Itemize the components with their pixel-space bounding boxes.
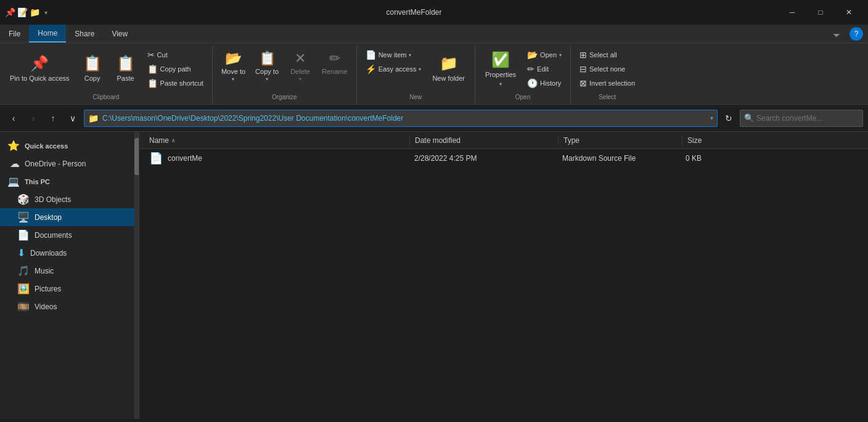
pin-icon: 📌 (5, 7, 15, 17)
open-arrow: ▾ (559, 52, 562, 58)
open-group: ✅ Properties ▾ 📂 Open ▾ ✏ Edit 🕐 History (475, 46, 571, 104)
copy-path-label: Copy path (160, 65, 191, 73)
minimize-button[interactable]: ─ (778, 0, 806, 25)
file-cell-type: Markdown Source File (557, 154, 681, 163)
delete-button[interactable]: ✕ Delete ▾ (285, 48, 316, 90)
edit-button[interactable]: ✏ Edit (523, 62, 565, 76)
history-label: History (540, 79, 561, 87)
open-group-label: Open (515, 92, 530, 102)
organize-group: 📂 Move to ▾ 📋 Copy to ▾ ✕ Delete ▾ ✏ Ren… (213, 46, 357, 104)
file-cell-date: 2/28/2022 4:25 PM (409, 154, 557, 163)
copy-to-icon: 📋 (259, 51, 276, 67)
sidebar-item-documents[interactable]: 📄 Documents (0, 226, 139, 244)
file-area: Name ∧ Date modified Type Size 📄 convert… (139, 132, 868, 419)
rename-button[interactable]: ✏ Rename (318, 48, 351, 90)
main-area: ⭐ Quick access ☁ OneDrive - Person 💻 Thi… (0, 132, 868, 419)
sidebar-item-3d-objects[interactable]: 🎲 3D Objects (0, 190, 139, 208)
easy-access-arrow: ▾ (419, 67, 421, 72)
history-button[interactable]: 🕐 History (523, 76, 565, 90)
videos-icon: 🎞️ (17, 301, 30, 312)
easy-access-button[interactable]: ⚡ Easy access ▾ (362, 62, 425, 76)
paste-button[interactable]: 📋 Paste (110, 48, 141, 90)
open-group-col: 📂 Open ▾ ✏ Edit 🕐 History (523, 48, 565, 90)
sidebar-item-desktop[interactable]: 🖥️ Desktop (0, 208, 139, 226)
sidebar-scrollbar-thumb (134, 138, 139, 175)
cut-button[interactable]: ✂ Cut (144, 48, 207, 62)
open-label: Open (540, 51, 557, 59)
col-type-label: Type (563, 136, 579, 145)
refresh-button[interactable]: ↻ (720, 110, 737, 127)
back-button[interactable]: ‹ (5, 110, 22, 127)
col-size[interactable]: Size (682, 136, 775, 145)
address-bar: ‹ › ↑ ∨ 📁 ▾ ↻ 🔍 (0, 105, 868, 132)
recent-locations-button[interactable]: ∨ (64, 110, 81, 127)
select-all-button[interactable]: ⊞ Select all (576, 48, 639, 62)
invert-selection-label: Invert selection (589, 79, 635, 87)
onedrive-icon: ☁ (10, 158, 20, 169)
new-item-label: New item (379, 51, 407, 59)
rename-icon: ✏ (329, 51, 340, 67)
maximize-button[interactable]: □ (806, 0, 835, 25)
sidebar-item-music[interactable]: 🎵 Music (0, 262, 139, 280)
address-input-wrap: 📁 ▾ (84, 110, 718, 127)
address-input[interactable] (102, 114, 706, 123)
sidebar-item-pictures[interactable]: 🖼️ Pictures (0, 280, 139, 298)
title-dropdown-arrow[interactable]: ▾ (42, 8, 50, 17)
copy-path-button[interactable]: 📋 Copy path (144, 62, 207, 76)
sidebar-scrollbar[interactable] (134, 132, 139, 419)
select-group-btns: ⊞ Select all ⊟ Select none ⊠ Invert sele… (576, 48, 639, 90)
menu-item-share[interactable]: Share (66, 25, 103, 43)
col-name[interactable]: Name ∧ (144, 136, 409, 145)
invert-selection-button[interactable]: ⊠ Invert selection (576, 76, 639, 90)
pin-icon: 📌 (30, 55, 49, 72)
sidebar: ⭐ Quick access ☁ OneDrive - Person 💻 Thi… (0, 132, 139, 419)
sidebar-item-videos[interactable]: 🎞️ Videos (0, 298, 139, 315)
pin-to-quick-access-button[interactable]: 📌 Pin to Quick access (5, 48, 75, 90)
new-folder-button[interactable]: 📁 New folder (427, 48, 470, 90)
paste-shortcut-button[interactable]: 📋 Paste shortcut (144, 76, 207, 90)
close-button[interactable]: ✕ (835, 0, 863, 25)
sidebar-item-this-pc[interactable]: 💻 This PC (0, 172, 139, 190)
desktop-icon: 🖥️ (17, 211, 30, 223)
sidebar-item-quick-access[interactable]: ⭐ Quick access (0, 137, 139, 155)
properties-icon: ✅ (491, 51, 510, 68)
up-button[interactable]: ↑ (44, 110, 62, 127)
history-icon: 🕐 (527, 78, 538, 88)
move-to-label: Move to (221, 68, 245, 75)
search-wrap: 🔍 (740, 110, 863, 127)
music-icon: 🎵 (17, 265, 30, 277)
col-date[interactable]: Date modified (410, 136, 558, 145)
table-row[interactable]: 📄 convertMe 2/28/2022 4:25 PM Markdown S… (139, 149, 868, 168)
search-input[interactable] (756, 114, 859, 123)
pictures-icon: 🖼️ (17, 283, 30, 294)
documents-icon: 📄 (17, 229, 30, 241)
sidebar-item-onedrive[interactable]: ☁ OneDrive - Person (0, 155, 139, 172)
organize-group-content: 📂 Move to ▾ 📋 Copy to ▾ ✕ Delete ▾ ✏ Ren… (218, 46, 351, 92)
new-item-icon: 📄 (366, 50, 376, 60)
move-to-button[interactable]: 📂 Move to ▾ (218, 48, 249, 90)
menu-item-file[interactable]: File (0, 25, 29, 43)
select-group: ⊞ Select all ⊟ Select none ⊠ Invert sele… (571, 46, 644, 104)
edit-icon: ✏ (527, 64, 534, 74)
address-dropdown-button[interactable]: ▾ (710, 115, 713, 121)
open-button[interactable]: 📂 Open ▾ (523, 48, 565, 62)
select-none-button[interactable]: ⊟ Select none (576, 62, 639, 76)
properties-button[interactable]: ✅ Properties ▾ (480, 48, 521, 90)
copy-to-button[interactable]: 📋 Copy to ▾ (252, 48, 282, 90)
3d-objects-label: 3D Objects (35, 195, 71, 204)
new-item-button[interactable]: 📄 New item ▾ (362, 48, 425, 62)
menu-item-view[interactable]: View (103, 25, 136, 43)
sidebar-item-downloads[interactable]: ⬇ Downloads (0, 244, 139, 262)
copy-button[interactable]: 📋 Copy (77, 48, 108, 90)
col-type[interactable]: Type (559, 136, 682, 145)
cut-label: Cut (157, 51, 168, 59)
menu-item-home[interactable]: Home (29, 25, 66, 43)
help-button[interactable]: ? (850, 27, 863, 41)
copy-path-icon: 📋 (147, 64, 158, 74)
collapse-ribbon-button[interactable]: 🞃 (829, 28, 845, 40)
paste-icon: 📋 (117, 55, 135, 72)
forward-button[interactable]: › (25, 110, 42, 127)
file-name: convertMe (168, 154, 202, 163)
select-all-icon: ⊞ (579, 50, 587, 60)
col-name-label: Name (149, 136, 169, 145)
